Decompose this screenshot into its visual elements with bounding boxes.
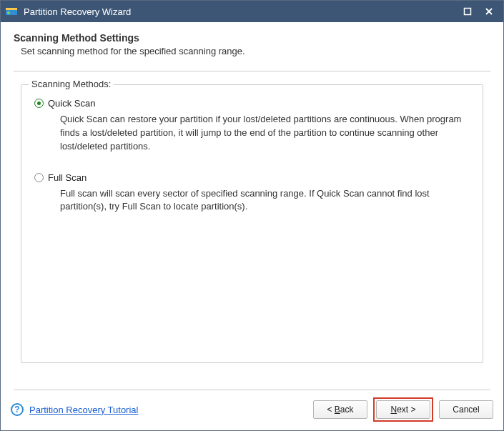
quick-scan-radio[interactable] [34, 99, 44, 108]
maximize-button[interactable] [462, 6, 473, 17]
content-area: Scanning Methods: Quick Scan Quick Scan … [1, 71, 503, 390]
cancel-button[interactable]: Cancel [439, 400, 493, 419]
quick-scan-label[interactable]: Quick Scan [48, 98, 95, 109]
quick-scan-option: Quick Scan Quick Scan can restore your p… [34, 98, 470, 154]
full-scan-label[interactable]: Full Scan [48, 172, 87, 183]
next-button[interactable]: Next > [376, 400, 430, 419]
header-area: Scanning Method Settings Set scanning me… [1, 22, 503, 64]
window-title: Partition Recovery Wizard [24, 6, 462, 17]
tutorial-link[interactable]: Partition Recovery Tutorial [29, 405, 138, 415]
quick-scan-description: Quick Scan can restore your partition if… [60, 113, 470, 154]
window-controls [462, 6, 495, 17]
svg-rect-1 [6, 8, 17, 10]
full-scan-option: Full Scan Full scan will scan every sect… [34, 172, 470, 214]
page-subtitle: Set scanning method for the specified sc… [14, 46, 490, 56]
fieldset-legend: Scanning Methods: [29, 79, 114, 89]
svg-rect-3 [465, 9, 471, 15]
close-button[interactable] [483, 6, 495, 17]
wizard-window: Partition Recovery Wizard Scanning Metho… [0, 0, 504, 431]
svg-point-2 [7, 11, 10, 14]
full-scan-description: Full scan will scan every sector of spec… [60, 187, 470, 214]
back-button[interactable]: < Back [313, 400, 367, 419]
quick-scan-row[interactable]: Quick Scan [34, 98, 470, 109]
page-title: Scanning Method Settings [14, 32, 490, 44]
titlebar: Partition Recovery Wizard [1, 1, 503, 22]
full-scan-row[interactable]: Full Scan [34, 172, 470, 183]
help-icon: ? [11, 403, 24, 416]
scanning-methods-fieldset: Scanning Methods: Quick Scan Quick Scan … [21, 84, 483, 363]
footer: ? Partition Recovery Tutorial < Back Nex… [1, 390, 503, 430]
next-button-highlight: Next > [373, 397, 433, 422]
full-scan-radio[interactable] [34, 173, 44, 182]
app-icon [5, 5, 18, 18]
